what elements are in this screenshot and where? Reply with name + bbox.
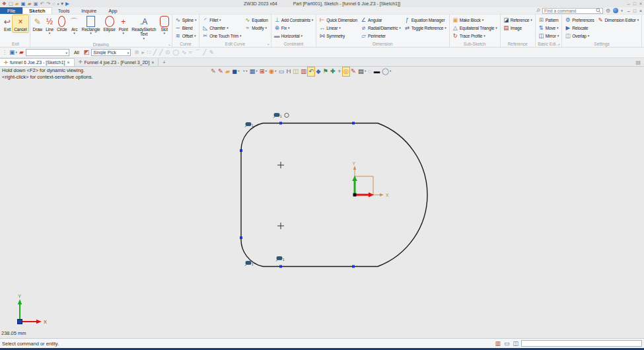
close-tab-icon[interactable]: × xyxy=(151,60,154,65)
sketch-profile[interactable] xyxy=(241,123,427,267)
ribbon-button-linear[interactable]: ↔Linear▾ xyxy=(318,24,359,32)
ribbon-button-rectangle[interactable]: Rectangle▾ xyxy=(81,15,102,36)
trace-pen-icon[interactable]: ✎ xyxy=(350,67,357,76)
layer-icon[interactable]: ▤▾ xyxy=(357,67,367,76)
ribbon-button-equilateral-triangle[interactable]: △Equilateral Triangle▾ xyxy=(451,24,499,32)
ribbon-button-fillet[interactable]: ◜Fillet▾ xyxy=(201,16,242,24)
ribbon-tab-file[interactable]: File xyxy=(0,7,22,14)
ribbon-button-relocate[interactable]: ▶Relocate xyxy=(563,24,595,32)
ribbon-button-slot[interactable]: Slot▾ xyxy=(159,15,170,36)
pattern-grid-icon[interactable]: ⊞▾ xyxy=(259,67,268,76)
sketch-point[interactable] xyxy=(279,122,282,125)
ribbon-button-dimension-editor[interactable]: ✎Dimension Editor▾ xyxy=(596,16,640,24)
filter-segment-icon[interactable]: ╱ xyxy=(159,49,162,57)
profile-circle-icon[interactable]: ◯▾ xyxy=(381,67,392,76)
chevron-down-icon[interactable]: ▾ xyxy=(65,51,67,55)
ribbon-button-exit[interactable]: ↩Exit xyxy=(3,15,12,32)
new-file-icon[interactable]: ▢ xyxy=(9,1,13,7)
filter-curve-icon[interactable]: ≈ xyxy=(189,49,192,57)
flag-icon[interactable]: ⚑ xyxy=(322,67,330,76)
ribbon-button-cancel[interactable]: ×Cancel xyxy=(13,15,28,32)
monitor-icon[interactable]: ▭ xyxy=(504,340,510,347)
chevron-down-icon[interactable]: ▾ xyxy=(127,51,129,55)
open-folder-icon[interactable]: ▰ xyxy=(225,67,231,76)
column-panel-icon[interactable]: ▥ xyxy=(495,340,501,347)
filter-run-icon[interactable]: ▸ xyxy=(141,49,144,57)
view-orientation-icon-dropdown[interactable]: ▾ xyxy=(246,70,247,73)
clamp-view-icon[interactable]: Η xyxy=(285,67,291,76)
command-search[interactable] xyxy=(542,8,603,14)
selection-sets-icon[interactable]: ◩ xyxy=(84,50,90,55)
zw3d-logo-icon[interactable]: ❖ xyxy=(2,1,7,7)
sketch-point[interactable] xyxy=(352,265,355,268)
ribbon-button-line[interactable]: ½Line▾ xyxy=(44,15,55,36)
doc-bars-icon[interactable]: ▥ xyxy=(300,67,307,76)
ribbon-button-toggle-reference[interactable]: ⇄Toggle Reference▾ xyxy=(403,24,448,32)
auto-constrain-icon[interactable]: ◎ xyxy=(343,67,349,76)
filter-combo[interactable]: ▾ xyxy=(26,49,69,56)
ribbon-button-arc[interactable]: ⌒Arc▾ xyxy=(69,15,80,36)
all-button[interactable]: All xyxy=(71,50,82,55)
color-swatch-icon[interactable]: ▬ xyxy=(373,67,381,76)
ribbon-button-preferences[interactable]: ⚙Preferences xyxy=(563,16,595,24)
sketch-point[interactable] xyxy=(279,265,282,268)
pattern-grid-icon-dropdown[interactable]: ▾ xyxy=(266,70,267,73)
stamp-icon[interactable]: ◆ xyxy=(315,67,321,76)
filter-edge-icon[interactable]: ╱ xyxy=(203,49,206,57)
open-multi-icon[interactable]: ▰ xyxy=(28,1,32,7)
view-orientation-icon[interactable]: ◔▾ xyxy=(240,67,248,76)
ribbon-button-move[interactable]: ⇅Move▾ xyxy=(537,24,560,32)
open-file-icon[interactable]: ▰ xyxy=(15,1,19,7)
filter-sketch-icon[interactable]: ✎ xyxy=(209,49,213,57)
drag-point-icon[interactable]: + xyxy=(337,67,342,76)
ribbon-button-make-block[interactable]: ▣Make Block▾ xyxy=(451,16,499,24)
save-icon[interactable]: ▣ xyxy=(21,1,26,7)
ribbon-button-symmetry[interactable]: ⋈Symmetry xyxy=(318,32,359,40)
viewport-frame-icon[interactable]: ▭ xyxy=(277,67,285,76)
undo-icon[interactable]: ↶ xyxy=(40,1,44,7)
output-panel-icon[interactable]: ◫ xyxy=(513,340,519,347)
titlebar-minimize-button[interactable]: – xyxy=(627,1,630,6)
filter-circle-icon[interactable]: ◯ xyxy=(172,49,179,57)
new-tab-button[interactable]: + xyxy=(159,58,169,66)
ribbon-button-equation-manager[interactable]: ƒEquation Manager xyxy=(403,16,448,24)
sketch-viewport[interactable]: 1 1 1 1 xyxy=(0,67,644,338)
ribbon-button-offset[interactable]: ≋Offset▾ xyxy=(174,32,198,40)
ribbon-button-angular[interactable]: ∠Angular xyxy=(359,16,402,24)
ribbon-tab-tools[interactable]: Tools xyxy=(52,7,76,14)
profile-circle-icon-dropdown[interactable]: ▾ xyxy=(390,70,391,73)
dialog-launcher-icon[interactable]: ⌄ xyxy=(168,42,171,48)
undo-view-icon[interactable]: ↶ xyxy=(308,67,314,76)
dialog-launcher-icon[interactable]: ⌄ xyxy=(557,41,561,47)
sketch-point[interactable] xyxy=(240,236,242,239)
ribbon-button-readysketch-text[interactable]: .AReadySketch Text▾ xyxy=(130,15,158,41)
ribbon-button-radial-diametric[interactable]: ⌀Radial/Diametric▾ xyxy=(359,24,402,32)
constraint-pen-icon[interactable]: ✎ xyxy=(217,67,224,76)
settings-gear-icon[interactable]: ⚙ xyxy=(606,8,610,14)
document-restore-button[interactable]: □ xyxy=(633,9,636,13)
render-mode-icon[interactable]: ◉▾ xyxy=(268,67,277,76)
titlebar-close-button[interactable]: × xyxy=(639,1,642,6)
ribbon-tab-sketch[interactable]: Sketch xyxy=(22,7,52,14)
ribbon-button-fix[interactable]: ⊕Fix▾ xyxy=(273,24,314,32)
ribbon-button-image[interactable]: ▤Image xyxy=(502,24,534,32)
pick-mode-icon-dropdown[interactable]: ▾ xyxy=(16,51,18,54)
ribbon-button-one-touch-trim[interactable]: ✂One Touch Trim▾ xyxy=(201,32,242,40)
ribbon-button-trace-profile[interactable]: ↻Trace Profile▾ xyxy=(451,32,499,40)
status-input[interactable] xyxy=(521,340,642,347)
ribbon-button-ellipse[interactable]: Ellipse xyxy=(102,15,117,32)
display-mode-icon-dropdown[interactable]: ▾ xyxy=(256,70,257,73)
filter-center-circle-icon[interactable]: ⊙ xyxy=(165,49,170,57)
sketch-point[interactable] xyxy=(240,149,242,152)
filter-spline-icon[interactable]: ∿ xyxy=(182,49,186,57)
help-globe-icon[interactable] xyxy=(613,8,618,13)
document-close-button[interactable]: × xyxy=(639,9,642,13)
document-tab-funnel-6-joe-z3-sketch1[interactable]: ✛funnel 6 Joe.Z3 - [Sketch1]× xyxy=(0,58,75,66)
pick-mode-combo[interactable]: Single Pick▾ xyxy=(91,49,131,56)
document-tab-funnel-4-joe-z3-funnel-3-2d[interactable]: ✛Funnel 4 joe.Z3 - [Funnel 3_2D]× xyxy=(75,58,159,66)
sketch-points[interactable] xyxy=(240,122,355,268)
ribbon-button-modify[interactable]: ≈Modify▾ xyxy=(243,24,269,32)
sketch-canvas[interactable]: Hold down <F2> for dynamic viewing. <rig… xyxy=(0,67,644,338)
regen-icon-dropdown[interactable]: ▾ xyxy=(57,2,59,6)
ribbon-button-add-constraints[interactable]: ⊥Add Constraints▾ xyxy=(273,16,314,24)
